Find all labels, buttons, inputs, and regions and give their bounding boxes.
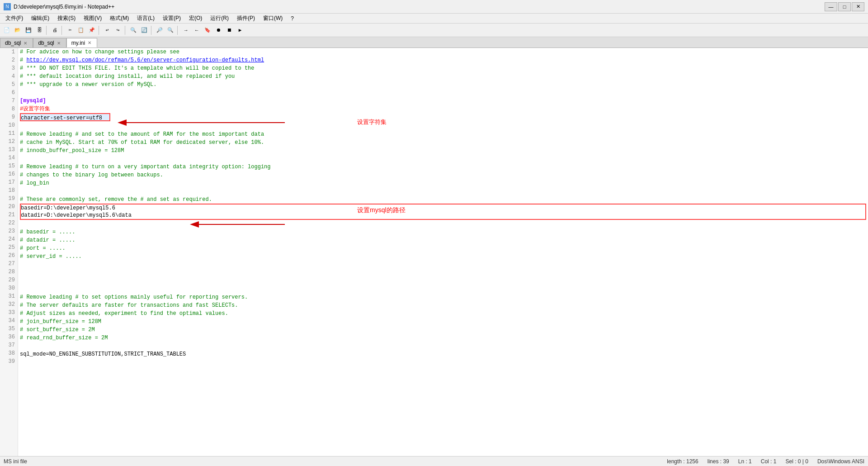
line-text-9: character-set-server=utf8 (21, 115, 102, 121)
code-line-35[interactable]: # sort_buffer_size = 2M (20, 326, 866, 334)
code-line-20[interactable]: basedir=D:\develeper\mysql5.6 (20, 204, 866, 212)
code-line-1[interactable]: # For advice on how to change settings p… (20, 48, 866, 56)
app-icon: N (4, 3, 11, 10)
code-line-23[interactable]: # basedir = ..... (20, 228, 866, 236)
indent-button[interactable]: → (181, 25, 191, 35)
menu-view[interactable]: 视图(V) (80, 14, 105, 23)
menu-edit[interactable]: 编辑(E) (28, 14, 53, 23)
line-text-31: # Remove leading # to set options mainly… (20, 293, 248, 301)
zoom-in-button[interactable]: 🔎 (155, 25, 165, 35)
code-line-16[interactable]: # changes to the binary log between back… (20, 171, 866, 179)
code-line-15[interactable]: # Remove leading # to turn on a very imp… (20, 163, 866, 171)
code-area[interactable]: # For advice on how to change settings p… (18, 48, 868, 456)
menu-window[interactable]: 窗口(W) (259, 14, 286, 23)
line-text-32: # The server defaults are faster for tra… (20, 301, 238, 309)
code-line-3[interactable]: # *** DO NOT EDIT THIS FILE. It's a temp… (20, 64, 866, 72)
close-button[interactable]: ✕ (852, 2, 864, 11)
line-num-23: 23 (0, 227, 15, 235)
code-line-19[interactable]: # These are commonly set, remove the # a… (20, 195, 866, 204)
code-line-36[interactable]: # read_rnd_buffer_size = 2M (20, 334, 866, 342)
code-line-34[interactable]: # join_buffer_size = 128M (20, 318, 866, 326)
new-button[interactable]: 📄 (2, 25, 12, 35)
maximize-button[interactable]: □ (838, 2, 851, 11)
line-num-10: 10 (0, 121, 15, 129)
menu-help[interactable]: ? (287, 14, 297, 23)
menu-run[interactable]: 运行(R) (207, 14, 232, 23)
tab-label-3: my.ini (71, 40, 85, 46)
menu-file[interactable]: 文件(F) (2, 14, 27, 23)
macro-play-button[interactable]: ▶ (235, 25, 245, 35)
code-line-33[interactable]: # Adjust sizes as needed, experiment to … (20, 309, 866, 318)
bookmark-button[interactable]: 🔖 (203, 25, 212, 35)
code-line-5[interactable]: # *** upgrade to a newer version of MySQ… (20, 81, 866, 89)
line-text-17: # log_bin (20, 179, 49, 187)
code-line-31[interactable]: # Remove leading # to set options mainly… (20, 293, 866, 301)
line-num-30: 30 (0, 284, 15, 292)
code-line-24[interactable]: # datadir = ..... (20, 236, 866, 244)
undo-button[interactable]: ↩ (102, 25, 112, 35)
path-annotation: 设置mysql的路径 (357, 206, 406, 214)
macro-rec-button[interactable]: ⏺ (213, 25, 223, 35)
menu-plugins[interactable]: 插件(P) (233, 14, 259, 23)
code-line-17[interactable]: # log_bin (20, 179, 866, 187)
code-line-28[interactable] (20, 269, 866, 277)
open-button[interactable]: 📂 (13, 25, 23, 35)
save-button[interactable]: 💾 (24, 25, 33, 35)
code-line-10[interactable] (20, 122, 866, 130)
save-all-button[interactable]: 🗄 (34, 25, 44, 35)
code-line-37[interactable] (20, 342, 866, 350)
code-line-25[interactable]: # port = ..... (20, 244, 866, 252)
code-line-39[interactable] (20, 358, 866, 366)
code-line-21[interactable]: datadir=D:\develeper\mysql5.6\data (20, 212, 866, 220)
line-link-2[interactable]: http://dev.mysql.com/doc/refman/5.6/en/s… (26, 56, 264, 64)
outdent-button[interactable]: ← (192, 25, 202, 35)
code-line-38[interactable]: sql_mode=NO_ENGINE_SUBSTITUTION,STRICT_T… (20, 350, 866, 358)
code-line-9[interactable]: character-set-server=utf8 (20, 113, 110, 121)
code-line-13[interactable]: # innodb_buffer_pool_size = 128M (20, 147, 866, 155)
code-line-29[interactable] (20, 277, 866, 285)
code-line-6[interactable] (20, 89, 866, 97)
line-num-8: 8 (0, 105, 15, 113)
paste-button[interactable]: 📌 (87, 25, 97, 35)
menu-format[interactable]: 格式(M) (106, 14, 132, 23)
code-line-8[interactable]: #设置字符集 (20, 105, 866, 113)
minimize-button[interactable]: — (825, 2, 837, 11)
menu-search[interactable]: 搜索(S) (54, 14, 79, 23)
line-numbers: 1234567891011121314151617181920212223242… (0, 48, 18, 456)
macro-stop-button[interactable]: ⏹ (224, 25, 234, 35)
menu-settings[interactable]: 设置(P) (159, 14, 184, 23)
window-controls[interactable]: — □ ✕ (825, 2, 864, 11)
menu-macro[interactable]: 宏(O) (185, 14, 206, 23)
tab-close-1[interactable]: ✕ (23, 41, 28, 46)
print-button[interactable]: 🖨 (50, 25, 60, 35)
find-button[interactable]: 🔍 (128, 25, 138, 35)
cut-button[interactable]: ✂ (65, 25, 75, 35)
tab-my-ini[interactable]: my.ini ✕ (66, 38, 97, 48)
code-line-14[interactable] (20, 155, 866, 163)
code-line-22[interactable] (20, 220, 866, 228)
code-line-7[interactable]: [mysqld] (20, 97, 866, 105)
code-line-30[interactable] (20, 285, 866, 293)
menu-language[interactable]: 语言(L) (133, 14, 158, 23)
copy-button[interactable]: 📋 (76, 25, 86, 35)
line-num-14: 14 (0, 154, 15, 162)
code-line-12[interactable]: # cache in MySQL. Start at 70% of total … (20, 138, 866, 147)
code-line-26[interactable]: # server_id = ..... (20, 252, 866, 261)
tab-db-sql-2[interactable]: db_sql ✕ (33, 38, 66, 48)
tab-close-3[interactable]: ✕ (87, 40, 92, 45)
code-line-11[interactable]: # Remove leading # and set to the amount… (20, 130, 866, 138)
length-info: length : 1256 (667, 458, 698, 465)
redo-button[interactable]: ↪ (113, 25, 123, 35)
line-text-27 (20, 261, 23, 269)
tab-db-sql-1[interactable]: db_sql ✕ (0, 38, 33, 48)
replace-button[interactable]: 🔄 (139, 25, 149, 35)
code-line-27[interactable] (20, 261, 866, 269)
code-line-4[interactable]: # *** default location during install, a… (20, 72, 866, 81)
code-line-18[interactable] (20, 187, 866, 195)
zoom-out-button[interactable]: 🔍 (165, 25, 175, 35)
code-line-32[interactable]: # The server defaults are faster for tra… (20, 301, 866, 309)
line-text-15: # Remove leading # to turn on a very imp… (20, 163, 271, 171)
code-line-2[interactable]: # http://dev.mysql.com/doc/refman/5.6/en… (20, 56, 866, 64)
tab-close-2[interactable]: ✕ (56, 41, 61, 46)
line-text-29 (20, 277, 23, 285)
